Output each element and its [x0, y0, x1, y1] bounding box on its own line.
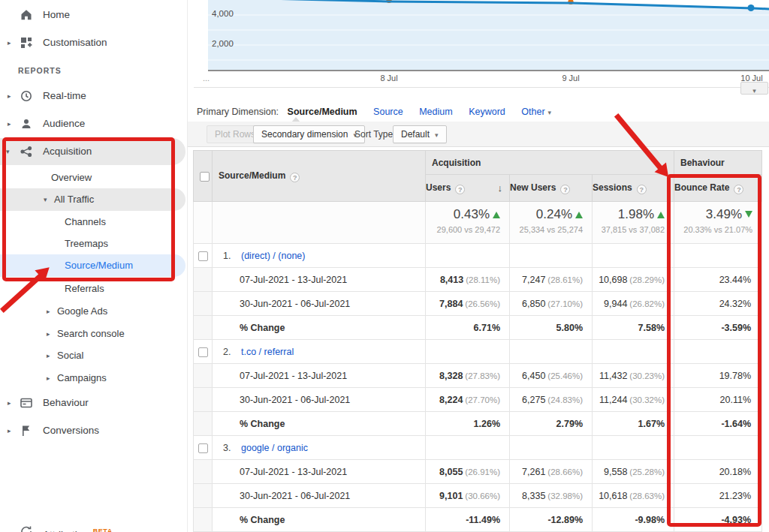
current-data-point	[748, 5, 755, 11]
increase-arrow-icon	[493, 212, 500, 218]
sidebar-item-conversions[interactable]: Conversions	[0, 417, 188, 444]
chevron-down-icon	[752, 87, 756, 95]
chevron-down-icon	[435, 127, 439, 143]
home-icon	[20, 8, 33, 22]
sidebar-item-behaviour[interactable]: Behaviour	[0, 389, 188, 416]
x-axis-line	[208, 70, 769, 71]
dimension-column-header[interactable]: Source/Medium	[213, 151, 426, 202]
caret-right-icon	[8, 83, 11, 110]
collapse-chart-button[interactable]	[740, 82, 768, 95]
sort-type-dropdown[interactable]: Default	[393, 125, 447, 143]
divider	[194, 87, 769, 88]
sort-type-label: Sort Type:	[354, 125, 395, 143]
caret-right-icon	[8, 417, 11, 444]
caret-right-icon	[47, 367, 50, 389]
x-axis-tick: 9 Jul	[554, 74, 587, 83]
caret-right-icon	[8, 110, 11, 137]
secondary-dimension-button[interactable]: Secondary dimension	[253, 125, 365, 143]
customisation-icon	[20, 36, 33, 50]
sidebar-item-social[interactable]: Social	[0, 344, 188, 367]
x-axis-tick: 8 Jul	[372, 74, 406, 83]
source-medium-link[interactable]: t.co / referral	[241, 347, 294, 357]
row-checkbox[interactable]	[198, 251, 208, 261]
caret-right-icon	[8, 29, 11, 56]
row-checkbox[interactable]	[198, 347, 208, 357]
source-medium-link[interactable]: (direct) / (none)	[241, 251, 305, 261]
increase-arrow-icon	[575, 212, 583, 218]
caret-right-icon	[8, 389, 11, 416]
help-icon[interactable]	[290, 173, 300, 182]
help-icon[interactable]	[560, 185, 570, 194]
caret-right-icon	[47, 344, 50, 367]
dimension-source[interactable]: Source	[373, 104, 403, 120]
google-analytics-screen: Home Customisation REPORTS Real-time Aud…	[0, 0, 769, 532]
sidebar-item-customisation[interactable]: Customisation	[0, 29, 188, 56]
new-users-column-header[interactable]: New Users	[510, 175, 593, 202]
dimension-medium[interactable]: Medium	[419, 104, 452, 120]
increase-arrow-icon	[657, 212, 665, 218]
behaviour-group-header: Behaviour	[674, 151, 762, 175]
source-medium-link[interactable]: google / organic	[241, 443, 308, 453]
x-axis-overflow-label: ...	[203, 74, 210, 83]
sidebar-item-attribution[interactable]: AttributionBETA	[0, 518, 188, 532]
annotation-box-bounce-rate-column	[667, 174, 761, 527]
dimension-other-dropdown[interactable]: Other	[521, 104, 551, 121]
help-icon[interactable]	[637, 185, 647, 194]
group-header-row: Source/Medium Acquisition Behaviour	[194, 151, 762, 175]
row-checkbox[interactable]	[198, 443, 208, 453]
summary-new-users: 0.24%25,334 vs 25,274	[510, 202, 593, 244]
sessions-line-chart: 4,000 2,000	[208, 0, 769, 70]
reports-section-label: REPORTS	[18, 66, 62, 75]
acquisition-group-header: Acquisition	[426, 151, 674, 175]
help-icon[interactable]	[455, 185, 465, 194]
conversions-flag-icon	[20, 424, 33, 437]
sidebar-item-home[interactable]: Home	[0, 2, 188, 29]
caret-right-icon	[47, 323, 50, 345]
select-all-cell	[194, 151, 213, 202]
chevron-down-icon	[548, 104, 552, 121]
sidebar-item-campaigns[interactable]: Campaigns	[0, 367, 188, 389]
sidebar-item-google-ads[interactable]: Google Ads	[0, 300, 188, 323]
dimension-keyword[interactable]: Keyword	[469, 104, 505, 120]
beta-badge: BETA	[93, 527, 113, 532]
primary-dimension-bar: Primary Dimension: Source/Medium Source …	[197, 104, 551, 120]
summary-sessions: 1.98%37,815 vs 37,082	[593, 202, 674, 244]
primary-dimension-label: Primary Dimension:	[197, 104, 279, 120]
sidebar-item-search-console[interactable]: Search console	[0, 323, 188, 345]
sidebar-item-realtime[interactable]: Real-time	[0, 83, 188, 110]
table-toolbar: Plot Rows Secondary dimension Sort Type:…	[188, 122, 769, 147]
annotation-box-acquisition-nav	[2, 137, 175, 281]
caret-right-icon	[47, 300, 50, 323]
y-axis-tick: 4,000	[212, 9, 234, 18]
attribution-loop-icon	[20, 524, 33, 532]
sort-descending-icon[interactable]	[498, 182, 503, 194]
summary-users: 0.43%29,600 vs 29,472	[426, 202, 510, 244]
sidebar-item-audience[interactable]: Audience	[0, 110, 188, 137]
users-column-header[interactable]: Users	[426, 175, 510, 202]
realtime-clock-icon	[20, 89, 33, 103]
y-axis-tick: 2,000	[212, 39, 234, 48]
select-all-checkbox[interactable]	[200, 172, 210, 182]
audience-person-icon	[20, 117, 33, 131]
behaviour-window-icon	[20, 396, 33, 410]
